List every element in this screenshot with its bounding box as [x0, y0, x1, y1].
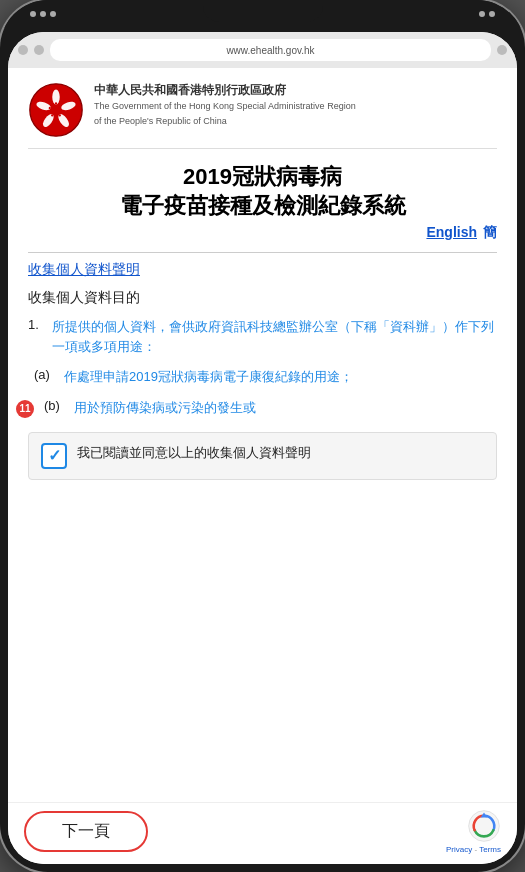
svg-point-7 — [52, 106, 59, 113]
privacy-sub-item-b: (b) 用於預防傳染病或污染的發生或 — [44, 398, 497, 418]
consent-section: ✓ 我已閱讀並同意以上的收集個人資料聲明 — [28, 432, 497, 480]
item-1-text: 所提供的個人資料，會供政府資訊科技總監辦公室（下稱「資科辦」）作下列一項或多項用… — [52, 317, 497, 357]
lang-english-link[interactable]: English — [426, 224, 477, 242]
notification-badge: 11 — [16, 400, 34, 418]
title-section: 2019冠狀病毒病 電子疫苗接種及檢測紀錄系統 English 簡 — [28, 163, 497, 242]
consent-label: 我已閱讀並同意以上的收集個人資料聲明 — [77, 443, 311, 463]
status-right — [479, 11, 495, 17]
sub-item-a-label: (a) — [34, 367, 58, 387]
sub-item-a-text: 作處理申請2019冠狀病毒病電子康復紀錄的用途； — [64, 367, 353, 387]
privacy-item-1: 1. 所提供的個人資料，會供政府資訊科技總監辦公室（下稱「資科辦」）作下列一項或… — [28, 317, 497, 357]
phone-screen: www.ehealth.gov.hk — [8, 32, 517, 864]
org-name-en1: The Government of the Hong Kong Special … — [94, 100, 497, 113]
language-links: English 簡 — [28, 224, 497, 242]
phone-notch — [203, 0, 323, 22]
phone-frame: www.ehealth.gov.hk — [0, 0, 525, 872]
header-section: 中華人民共和國香港特別行政區政府 The Government of the H… — [28, 82, 497, 149]
next-button[interactable]: 下一頁 — [24, 811, 148, 852]
hk-emblem-logo — [28, 82, 84, 138]
section-divider — [28, 252, 497, 253]
privacy-notice-heading: 收集個人資料聲明 — [28, 261, 497, 279]
nav-forward-btn[interactable] — [34, 45, 44, 55]
privacy-sub-item-a: (a) 作處理申請2019冠狀病毒病電子康復紀錄的用途； — [34, 367, 497, 387]
consent-checkbox[interactable]: ✓ — [41, 443, 67, 469]
org-name-en2: of the People's Republic of China — [94, 115, 497, 128]
item-1-number: 1. — [28, 317, 46, 357]
main-content: 中華人民共和國香港特別行政區政府 The Government of the H… — [8, 68, 517, 802]
org-name-zh: 中華人民共和國香港特別行政區政府 — [94, 82, 497, 98]
recaptcha-terms-link[interactable]: Terms — [479, 845, 501, 854]
header-text-block: 中華人民共和國香港特別行政區政府 The Government of the H… — [94, 82, 497, 127]
bottom-action-bar: 下一頁 Privacy - Terms — [8, 802, 517, 864]
recaptcha-privacy-link[interactable]: Privacy — [446, 845, 472, 854]
sub-item-b-label: (b) — [44, 398, 68, 418]
lang-simplified-link[interactable]: 簡 — [483, 224, 497, 242]
privacy-sub-item-b-wrapper: 11 (b) 用於預防傳染病或污染的發生或 — [34, 398, 497, 418]
recaptcha-widget: Privacy - Terms — [446, 809, 501, 854]
checkbox-check-icon: ✓ — [48, 446, 61, 465]
main-title-line1: 2019冠狀病毒病 — [28, 163, 497, 192]
nav-back-btn[interactable] — [18, 45, 28, 55]
nav-menu-btn[interactable] — [497, 45, 507, 55]
status-left — [30, 11, 56, 17]
address-bar[interactable]: www.ehealth.gov.hk — [50, 39, 491, 61]
recaptcha-icon — [467, 809, 501, 843]
svg-point-8 — [55, 102, 57, 104]
recaptcha-separator: - — [474, 845, 477, 854]
purpose-heading: 收集個人資料目的 — [28, 289, 497, 307]
browser-nav-bar: www.ehealth.gov.hk — [8, 32, 517, 68]
recaptcha-links: Privacy - Terms — [446, 845, 501, 854]
main-title-line2: 電子疫苗接種及檢測紀錄系統 — [28, 192, 497, 221]
sub-item-b-text: 用於預防傳染病或污染的發生或 — [74, 398, 256, 418]
svg-point-2 — [52, 89, 59, 104]
